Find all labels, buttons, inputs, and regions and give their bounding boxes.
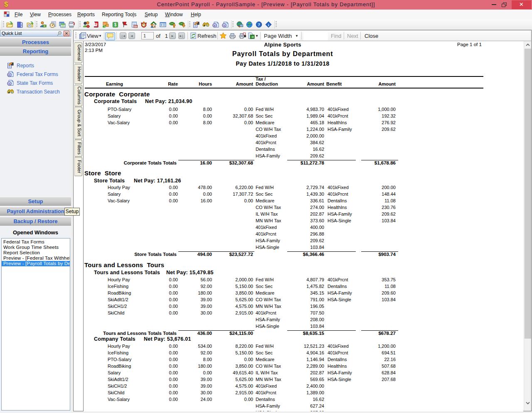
svg-text:$: $ (96, 23, 97, 26)
svg-text:123: 123 (134, 25, 138, 27)
svg-text:$: $ (114, 22, 117, 27)
svg-text:F: F (214, 24, 215, 27)
svg-text:?: ? (258, 22, 260, 27)
svg-text:F: F (8, 74, 10, 77)
svg-text:S: S (224, 24, 225, 27)
svg-text:S: S (9, 82, 10, 86)
